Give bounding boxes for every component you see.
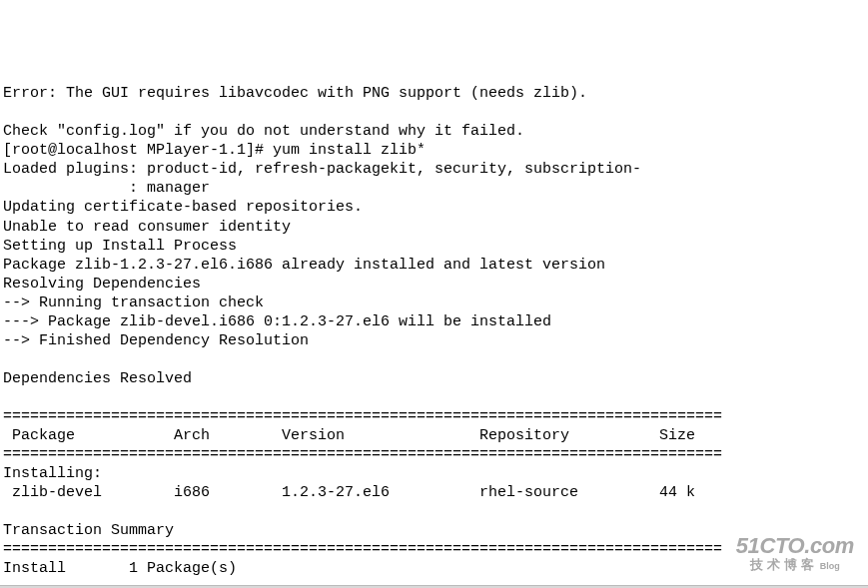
terminal-output: Error: The GUI requires libavcodec with …: [3, 84, 865, 588]
watermark-main: 51CTO.com: [736, 535, 854, 557]
terminal-line: [3, 502, 865, 521]
terminal-line: Updating certificate-based repositories.: [3, 198, 865, 217]
terminal-line: [3, 350, 865, 369]
terminal-line: Installing:: [3, 464, 865, 483]
terminal-line: ---> Package zlib-devel.i686 0:1.2.3-27.…: [3, 312, 865, 331]
terminal-line: [3, 103, 865, 122]
terminal-line: : manager: [3, 179, 865, 198]
terminal-line: Error: The GUI requires libavcodec with …: [3, 84, 865, 103]
terminal-line: --> Running transaction check: [3, 294, 865, 312]
terminal-line: Setting up Install Process: [3, 237, 865, 256]
terminal-line: Unable to read consumer identity: [3, 218, 865, 237]
terminal-line: ========================================…: [3, 445, 865, 464]
terminal-line: Check "config.log" if you do not underst…: [3, 122, 865, 141]
terminal-line: [3, 388, 865, 407]
terminal-line: Loaded plugins: product-id, refresh-pack…: [3, 160, 865, 179]
terminal-line: zlib-devel i686 1.2.3-27.el6 rhel-source…: [3, 483, 865, 502]
watermark-sub: 技术博客Blog: [736, 557, 854, 574]
terminal-line: Resolving Dependencies: [3, 275, 865, 294]
terminal-line: Package zlib-1.2.3-27.el6.i686 already i…: [3, 256, 865, 275]
terminal-line: [root@localhost MPlayer-1.1]# yum instal…: [3, 141, 865, 160]
watermark: 51CTO.com 技术博客Blog: [736, 535, 854, 574]
terminal-line: ========================================…: [3, 407, 865, 426]
terminal-line: Dependencies Resolved: [3, 369, 865, 388]
terminal-line: --> Finished Dependency Resolution: [3, 331, 865, 350]
terminal-line: Package Arch Version Repository Size: [3, 426, 865, 445]
